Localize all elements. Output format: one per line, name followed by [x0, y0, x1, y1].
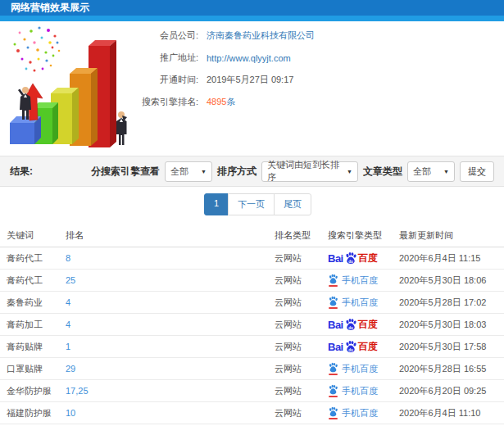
- updated-time-cell: 2020年5月30日 18:06: [399, 274, 504, 287]
- keyword-cell: 秦鲁药业: [0, 297, 66, 309]
- rank-link[interactable]: 25: [66, 275, 75, 285]
- rank-link[interactable]: 29: [66, 364, 75, 374]
- baidu-mobile-paw-icon: [328, 296, 338, 309]
- rank-type-cell: 云网站: [275, 252, 328, 265]
- keyword-cell: 金华防护服: [0, 385, 66, 397]
- baidu-mobile-redbar: [329, 418, 338, 419]
- baidu-mobile-logo: 手机百度: [328, 274, 378, 287]
- updated-time-cell: 2020年6月4日 11:15: [399, 252, 504, 265]
- rank-cell: 25: [66, 275, 275, 285]
- pagination: 1 下一页 尾页: [0, 193, 504, 215]
- rank-type-cell: 云网站: [275, 297, 328, 309]
- rank-link[interactable]: 4: [66, 297, 70, 307]
- baidu-pc-logo: Bai du 百度: [328, 252, 378, 265]
- baidu-mobile-paw-icon: [328, 406, 338, 419]
- opened-time-label: 开通时间:: [100, 74, 198, 86]
- baidu-logo-text: Bai: [328, 342, 343, 352]
- engine-type-cell: Bai du 百度: [328, 384, 399, 397]
- baidu-mobile-redbar: [329, 374, 338, 375]
- updated-time-cell: 2020年5月28日 16:55: [399, 363, 504, 375]
- updated-time-cell: 2020年5月30日 17:58: [399, 341, 504, 353]
- baidu-mobile-label: 手机百度: [342, 298, 378, 307]
- baidu-logo-text: Bai: [328, 320, 343, 330]
- promo-url-label: 推广地址:: [100, 52, 198, 64]
- baidu-paw-icon: du: [344, 252, 357, 265]
- sort-filter-select[interactable]: 关键词由短到长排序 ▼: [261, 161, 358, 182]
- next-page-button[interactable]: 下一页: [228, 193, 275, 215]
- table-row: 秦鲁药业 4 云网站 Bai du 百度: [0, 292, 504, 314]
- page-title: 网络营销效果展示: [11, 2, 89, 13]
- table-header-row: 关键词 排名 排名类型 搜索引擎类型 最新更新时间: [0, 224, 504, 247]
- svg-text:du: du: [348, 260, 353, 264]
- baidu-mobile-paw-icon: [328, 384, 338, 397]
- result-label: 结果:: [10, 165, 33, 179]
- baidu-mobile-paw-icon: [328, 362, 338, 375]
- table-body: 膏药代工 8 云网站 Bai du 百度: [0, 247, 504, 424]
- article-type-label: 文章类型: [363, 165, 402, 179]
- last-page-button[interactable]: 尾页: [274, 193, 311, 215]
- rank-cell: 10: [66, 408, 275, 418]
- baidu-mobile-redbar: [329, 307, 338, 309]
- rank-link[interactable]: 1: [66, 342, 70, 351]
- keyword-cell: 福建防护服: [0, 407, 66, 419]
- article-type-value: 全部: [413, 165, 431, 178]
- engine-filter-value: 全部: [170, 165, 188, 178]
- table-row: 口罩贴牌 29 云网站 Bai du 百度: [0, 358, 504, 380]
- engine-filter-select[interactable]: 全部 ▼: [165, 161, 212, 182]
- baidu-logo-cn-text: 百度: [358, 320, 378, 329]
- updated-time-cell: 2020年5月28日 17:02: [399, 297, 504, 309]
- promo-url-link[interactable]: http://www.qlyyjt.com: [207, 53, 291, 63]
- rank-cell: 4: [66, 320, 275, 329]
- rank-cell: 8: [66, 253, 275, 263]
- baidu-mobile-label: 手机百度: [342, 276, 378, 285]
- rank-type-cell: 云网站: [275, 274, 328, 287]
- filter-bar: 结果: 分搜索引擎查看 全部 ▼ 排序方式 关键词由短到长排序 ▼ 文章类型 全…: [0, 156, 504, 187]
- rank-link[interactable]: 8: [66, 253, 70, 263]
- baidu-logo-text: Bai: [328, 253, 343, 264]
- engine-type-cell: Bai du 百度: [328, 406, 399, 419]
- info-row-rank-count: 搜索引擎排名: 4895条: [100, 91, 504, 113]
- info-row-url: 推广地址: http://www.qlyyjt.com: [100, 47, 504, 69]
- titlebar-accent-strip: [0, 16, 504, 21]
- member-info: 会员公司: 济南秦鲁药业科技有限公司 推广地址: http://www.qlyy…: [100, 25, 504, 113]
- baidu-paw-icon: du: [344, 318, 357, 331]
- baidu-mobile-logo: 手机百度: [328, 384, 378, 397]
- engine-type-cell: Bai du 百度: [328, 252, 399, 265]
- baidu-mobile-logo: 手机百度: [328, 296, 378, 309]
- rank-type-cell: 云网站: [275, 407, 328, 419]
- table-row: 金华防护服 17,25 云网站 Bai du 百度: [0, 380, 504, 402]
- keyword-cell: 膏药贴牌: [0, 341, 66, 353]
- table-row: 膏药代工 25 云网站 Bai du 百度: [0, 270, 504, 292]
- chevron-down-icon: ▼: [347, 169, 352, 174]
- engine-type-cell: Bai du 百度: [328, 362, 399, 375]
- baidu-pc-logo: Bai du 百度: [328, 318, 378, 331]
- engine-type-cell: Bai du 百度: [328, 296, 399, 309]
- chevron-down-icon: ▼: [443, 169, 449, 174]
- page: 网络营销效果展示: [0, 0, 504, 426]
- keyword-cell: 膏药代工: [0, 252, 66, 265]
- confetti-dots: [14, 26, 61, 71]
- page-1-button[interactable]: 1: [204, 193, 229, 215]
- rank-link[interactable]: 4: [66, 320, 70, 329]
- baidu-mobile-redbar: [329, 396, 338, 397]
- rank-cell: 1: [66, 342, 275, 351]
- baidu-mobile-label: 手机百度: [342, 409, 378, 418]
- col-header-rank-type: 排名类型: [275, 229, 328, 242]
- engine-type-cell: Bai du 百度: [328, 318, 399, 331]
- company-link[interactable]: 济南秦鲁药业科技有限公司: [207, 29, 315, 42]
- rank-type-cell: 云网站: [275, 385, 328, 397]
- col-header-engine-type: 搜索引擎类型: [328, 229, 399, 242]
- table-row: 膏药代工 8 云网站 Bai du 百度: [0, 247, 504, 270]
- article-type-select[interactable]: 全部 ▼: [407, 161, 455, 182]
- rank-type-cell: 云网站: [275, 341, 328, 353]
- submit-button[interactable]: 提交: [460, 161, 494, 182]
- rank-type-cell: 云网站: [275, 319, 328, 331]
- engine-type-cell: Bai du 百度: [328, 340, 399, 353]
- results-table: 关键词 排名 排名类型 搜索引擎类型 最新更新时间 膏药代工 8 云网站 Bai: [0, 224, 504, 424]
- rank-link[interactable]: 17,25: [66, 386, 89, 396]
- table-row: 福建防护服 10 云网站 Bai du 百度: [0, 402, 504, 424]
- rank-link[interactable]: 10: [66, 408, 75, 418]
- baidu-pc-logo: Bai du 百度: [328, 340, 378, 353]
- keyword-cell: 膏药代工: [0, 274, 66, 287]
- engine-filter-label: 分搜索引擎查看: [91, 165, 160, 179]
